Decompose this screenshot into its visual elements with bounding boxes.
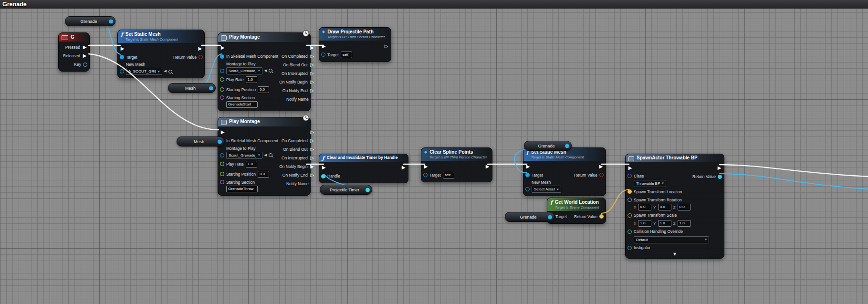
on-interrupted-exec-pin[interactable] xyxy=(310,71,315,76)
scale-z-field[interactable]: 1.0 xyxy=(678,220,691,227)
mesh-output-pin[interactable] xyxy=(218,139,222,144)
on-notify-begin-exec-pin[interactable] xyxy=(310,164,315,169)
starting-section-field[interactable]: GrenadeStart xyxy=(226,101,258,108)
variable-pill-grenade[interactable]: Grenade xyxy=(65,16,115,26)
exec-out-pin[interactable] xyxy=(401,165,406,170)
node-clear-invalidate-timer[interactable]: Clear and Invalidate Timer by Handle Han… xyxy=(319,154,408,183)
asset-picker-dropdown[interactable]: Select Asset xyxy=(532,186,561,193)
use-selected-asset-icon[interactable] xyxy=(264,69,267,73)
projectile-timer-output-pin[interactable] xyxy=(366,188,370,192)
grenade-output-pin[interactable] xyxy=(548,215,552,219)
exec-in-pin[interactable] xyxy=(627,166,633,170)
return-value-pin[interactable] xyxy=(599,214,604,219)
scale-x-field[interactable]: 1.0 xyxy=(638,220,651,227)
variable-pill-grenade[interactable]: Grenade xyxy=(505,212,554,222)
exec-out-pin[interactable] xyxy=(598,164,604,169)
play-rate-pin[interactable] xyxy=(220,77,224,82)
spawn-transform-scale-pin[interactable] xyxy=(627,213,632,218)
node-play-montage-2[interactable]: Play Montage In Skeletal Mesh Component … xyxy=(218,117,311,196)
play-rate-pin[interactable] xyxy=(220,162,224,166)
scale-y-field[interactable]: 1.0 xyxy=(658,220,671,227)
wire-data-spawn-return-out[interactable] xyxy=(720,174,868,189)
on-notify-end-exec-pin[interactable] xyxy=(310,173,315,178)
collision-handling-dropdown[interactable]: Default xyxy=(634,236,709,243)
exec-out-pin[interactable] xyxy=(717,166,722,170)
collision-handling-pin[interactable] xyxy=(627,230,632,234)
exec-out-pin[interactable] xyxy=(310,45,315,50)
node-spawn-actor-throwable-bp[interactable]: SpawnActor Throwable BP Return Value Cla… xyxy=(625,154,724,259)
target-self-field[interactable]: self xyxy=(341,52,352,58)
node-get-world-location[interactable]: Get World Location Target is Scene Compo… xyxy=(547,198,606,224)
notify-name-pin[interactable] xyxy=(311,182,315,186)
starting-position-pin[interactable] xyxy=(220,87,224,92)
return-value-pin[interactable] xyxy=(599,173,604,177)
exec-in-pin[interactable] xyxy=(220,45,225,50)
skeletal-mesh-pin[interactable] xyxy=(220,54,224,59)
rotation-y-field[interactable]: 0.0 xyxy=(658,204,671,210)
node-draw-projectile-path[interactable]: Draw Projectile Path Target is BP Third … xyxy=(319,27,391,62)
target-pin[interactable] xyxy=(120,55,124,59)
blueprint-graph-canvas[interactable]: Grenade G Pressed Released Key xyxy=(0,0,868,304)
spawn-transform-rotation-pin[interactable] xyxy=(627,198,632,202)
browse-asset-icon[interactable] xyxy=(168,70,172,73)
class-pin[interactable] xyxy=(627,174,632,178)
instigator-pin[interactable] xyxy=(627,246,632,250)
starting-section-pin[interactable] xyxy=(220,95,224,100)
variable-pill-mesh[interactable]: Mesh xyxy=(168,83,216,93)
grenade-output-pin[interactable] xyxy=(109,19,113,23)
exec-out-pin[interactable] xyxy=(485,164,490,169)
expand-node-chevron[interactable] xyxy=(627,252,722,257)
exec-in-pin[interactable] xyxy=(120,46,125,51)
play-rate-field[interactable]: 1.0 xyxy=(246,161,257,168)
exec-in-pin[interactable] xyxy=(321,165,326,170)
node-input-key-g[interactable]: G Pressed Released Key xyxy=(58,32,90,72)
node-play-montage-1[interactable]: Play Montage In Skeletal Mesh Component … xyxy=(218,32,311,111)
pressed-exec-pin[interactable] xyxy=(82,45,87,50)
on-blend-out-exec-pin[interactable] xyxy=(310,63,315,67)
on-blend-out-exec-pin[interactable] xyxy=(310,147,315,152)
exec-in-pin[interactable] xyxy=(220,130,225,135)
mesh-output-pin[interactable] xyxy=(209,86,213,90)
exec-out-pin[interactable] xyxy=(198,46,203,51)
new-mesh-pin[interactable] xyxy=(525,187,530,191)
exec-out-pin[interactable] xyxy=(384,44,389,49)
target-self-field[interactable]: self xyxy=(443,172,454,178)
notify-name-pin[interactable] xyxy=(311,97,315,102)
starting-position-field[interactable]: 0.0 xyxy=(258,86,269,93)
use-selected-asset-icon[interactable] xyxy=(164,70,167,73)
montage-pin[interactable] xyxy=(220,153,224,157)
rotation-x-field[interactable]: 0.0 xyxy=(638,204,651,210)
starting-position-field[interactable]: 0.0 xyxy=(258,171,269,178)
variable-pill-projectile-timer[interactable]: Projectile Timer xyxy=(320,185,372,195)
exec-in-pin[interactable] xyxy=(423,164,429,169)
on-completed-exec-pin[interactable] xyxy=(310,138,315,143)
released-exec-pin[interactable] xyxy=(82,53,87,58)
node-set-static-mesh-1[interactable]: Set Static Mesh Target is Static Mesh Co… xyxy=(117,30,205,78)
exec-out-pin[interactable] xyxy=(310,130,315,135)
starting-section-pin[interactable] xyxy=(220,180,224,184)
exec-in-pin[interactable] xyxy=(525,164,531,169)
montage-picker-dropdown[interactable]: Scout_Grenade_... xyxy=(226,67,262,74)
starting-position-pin[interactable] xyxy=(220,172,224,176)
node-clear-spline-points[interactable]: Clear Spline Points Target is BP Third P… xyxy=(421,147,492,182)
variable-pill-grenade[interactable]: Grenade xyxy=(524,141,572,151)
on-interrupted-exec-pin[interactable] xyxy=(310,156,315,160)
target-pin[interactable] xyxy=(423,173,428,177)
asset-picker-dropdown[interactable]: A_SCOUT_GREN... xyxy=(126,68,162,75)
target-pin[interactable] xyxy=(321,52,325,57)
wire-exec-spawn-actor-out[interactable] xyxy=(720,165,868,177)
rotation-z-field[interactable]: 0.0 xyxy=(678,204,691,210)
on-notify-end-exec-pin[interactable] xyxy=(310,88,315,93)
montage-picker-dropdown[interactable]: Scout_Grenade_... xyxy=(226,152,262,159)
key-struct-pin[interactable] xyxy=(83,63,87,67)
return-value-pin[interactable] xyxy=(199,55,203,59)
node-set-static-mesh-2[interactable]: Set Static Mesh Target is Static Mesh Co… xyxy=(523,147,606,196)
use-selected-asset-icon[interactable] xyxy=(264,154,267,157)
new-mesh-pin[interactable] xyxy=(120,69,124,73)
browse-asset-icon[interactable] xyxy=(269,153,272,157)
grenade-output-pin[interactable] xyxy=(565,144,569,148)
play-rate-field[interactable]: 1.0 xyxy=(246,76,257,83)
class-dropdown[interactable]: Throwable BP xyxy=(634,180,666,187)
on-notify-begin-exec-pin[interactable] xyxy=(310,80,315,84)
browse-asset-icon[interactable] xyxy=(269,69,272,73)
